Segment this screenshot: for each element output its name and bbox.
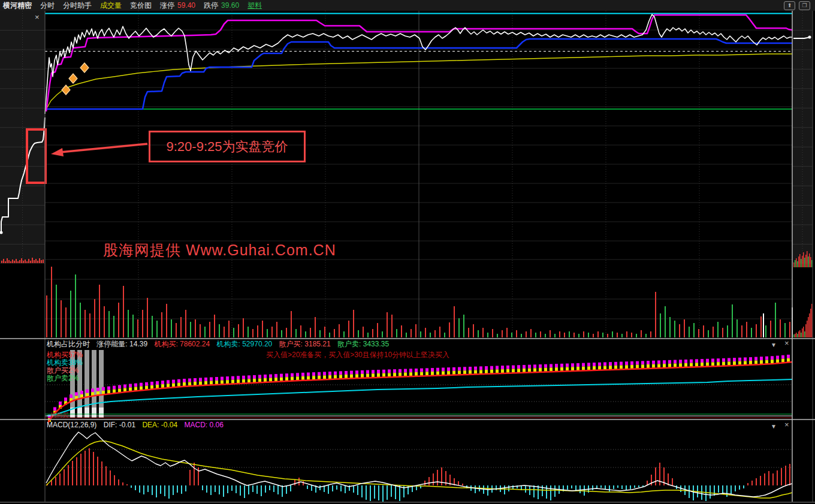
inst-buy-field: 机构买: 78602.24 xyxy=(154,340,210,348)
annotation-box: 9:20-9:25为实盘竞价 xyxy=(149,131,306,162)
menu-item-auction-chart[interactable]: 竞价图 xyxy=(130,1,152,11)
top-menu-bar: 横河精密 分时 分时助手 成交量 竞价图 涨停 59.40 跌停 39.60 塑… xyxy=(0,0,815,11)
close-auction-panel xyxy=(792,11,813,264)
indicator-panel-header: 机构占比分时 涨停能量: 14.39 机构买: 78602.24 机构卖: 52… xyxy=(47,339,394,349)
retail-sell-pct: 散户卖2% xyxy=(47,375,83,382)
indicator-close-icon[interactable]: × xyxy=(784,340,789,347)
retail-buy-field: 散户买: 3185.21 xyxy=(279,340,331,348)
macd-collapse-icon[interactable]: ▼ xyxy=(771,423,777,430)
retail-sell-field: 散户卖: 3433.35 xyxy=(337,340,389,348)
stock-name: 横河精密 xyxy=(3,1,32,11)
indicator-title: 机构占比分时 xyxy=(47,340,90,348)
dif-value: DIF: -0.01 xyxy=(104,421,135,429)
dea-value: DEA: -0.04 xyxy=(142,421,177,429)
limit-down-value: 39.60 xyxy=(221,1,239,10)
gray-auction-bar xyxy=(92,350,96,408)
indicator-small-label: 机构买 xyxy=(50,411,68,420)
menu-item-volume[interactable]: 成交量 xyxy=(100,1,122,11)
trading-app-window: { "topbar": { "stock_name": "横河精密", "men… xyxy=(0,0,815,504)
close-icon[interactable]: × xyxy=(35,13,40,22)
menu-item-fenshi-helper[interactable]: 分时助手 xyxy=(63,1,92,11)
macd-value: MACD: 0.06 xyxy=(184,421,223,429)
indicator-left-labels: 机构买57% 机构卖38% 散户买2% 散户卖2% xyxy=(47,351,83,382)
limit-up-value: 59.40 xyxy=(177,1,195,10)
side-panel-icon[interactable]: ❐ xyxy=(799,1,810,10)
popup-window-icon[interactable]: ⬆ xyxy=(784,1,795,10)
macd-title: MACD(12,26,9) xyxy=(47,421,96,429)
gray-auction-bar xyxy=(84,350,89,408)
limit-energy-field: 涨停能量: 14.39 xyxy=(96,340,147,348)
indicator-collapse-icon[interactable]: ▼ xyxy=(771,342,777,349)
gray-auction-bar xyxy=(99,350,104,408)
buy-rule-hint: 买入值>20准备买，买入值>30且保持10分钟以上坚决买入 xyxy=(266,350,449,360)
preopen-auction-panel xyxy=(0,11,45,264)
limit-down-label: 跌停 xyxy=(204,1,218,11)
macd-panel-header: MACD(12,26,9) DIF: -0.01 DEA: -0.04 MACD… xyxy=(47,421,228,429)
sector-link[interactable]: 塑料 xyxy=(247,1,262,11)
limit-up-label: 涨停 xyxy=(160,1,174,11)
watermark-text: 股海网提供 Www.Guhai.Com.CN xyxy=(103,240,336,260)
inst-sell-field: 机构卖: 52970.20 xyxy=(217,340,273,348)
menu-item-fenshi[interactable]: 分时 xyxy=(40,1,55,11)
macd-close-icon[interactable]: × xyxy=(784,421,789,428)
